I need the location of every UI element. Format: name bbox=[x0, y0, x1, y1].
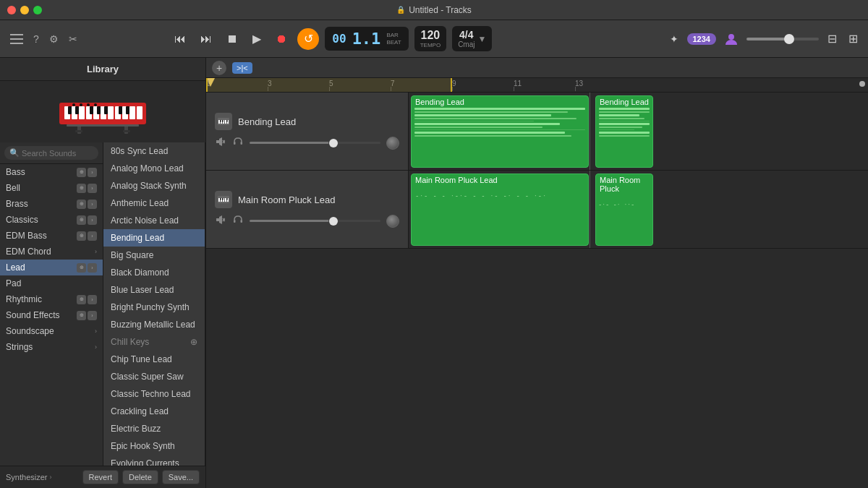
revert-button[interactable]: Revert bbox=[82, 470, 119, 484]
category-item-brass[interactable]: Brass ⊕ › bbox=[0, 196, 103, 212]
delete-button[interactable]: Delete bbox=[122, 470, 158, 484]
category-item-edm-bass[interactable]: EDM Bass ⊕ › bbox=[0, 228, 103, 244]
save-button[interactable]: Save... bbox=[162, 470, 200, 484]
category-item-strings[interactable]: Strings› bbox=[0, 339, 103, 355]
tempo-display[interactable]: 120 TEMPO bbox=[414, 26, 446, 51]
minimize-button[interactable] bbox=[20, 6, 29, 14]
stop-button[interactable]: ⏹ bbox=[222, 30, 242, 48]
preset-item[interactable]: Bending Lead bbox=[103, 229, 205, 247]
preset-item[interactable]: Buzzing Metallic Lead bbox=[103, 316, 205, 333]
preset-item[interactable]: Chill Keys⊕ bbox=[103, 333, 205, 351]
chevron-icon: › bbox=[88, 311, 97, 320]
headphone-icon bbox=[234, 215, 242, 224]
play-button[interactable]: ▶ bbox=[248, 29, 265, 48]
instrument-image bbox=[0, 81, 205, 142]
timeline-ruler[interactable]: 1 3 5 7 9 11 13 bbox=[206, 78, 868, 93]
rewind-button[interactable]: ⏮ bbox=[170, 30, 190, 48]
solo-button[interactable] bbox=[232, 136, 244, 150]
tempo-value: 120 bbox=[421, 29, 441, 42]
svg-rect-23 bbox=[90, 106, 93, 114]
library-panel: Library bbox=[0, 58, 206, 488]
keyboard-svg bbox=[56, 88, 150, 135]
maximize-button[interactable] bbox=[33, 6, 42, 14]
preset-item[interactable]: Black Diamond bbox=[103, 264, 205, 281]
category-item-classics[interactable]: Classics ⊕ › bbox=[0, 212, 103, 228]
category-item-lead[interactable]: Lead ⊕ › bbox=[0, 260, 103, 275]
preset-panel: 80s Sync LeadAnalog Mono LeadAnalog Stac… bbox=[103, 142, 205, 466]
instrument-icon-svg bbox=[218, 118, 229, 125]
preset-item[interactable]: Electric Buzz bbox=[103, 420, 205, 437]
preset-name: Chip Tune Lead bbox=[111, 354, 172, 364]
track-name: Bending Lead bbox=[238, 116, 296, 127]
chevron-icon: › bbox=[88, 168, 97, 177]
category-item-rhythmic[interactable]: Rhythmic ⊕ › bbox=[0, 291, 103, 307]
add-track-button[interactable]: + bbox=[212, 61, 226, 75]
master-volume-slider[interactable] bbox=[746, 38, 819, 40]
track-pan-knob[interactable] bbox=[386, 215, 399, 228]
preset-name: Bending Lead bbox=[111, 233, 164, 243]
toolbar-settings-btn[interactable]: ⚙ bbox=[46, 30, 61, 48]
fast-forward-button[interactable]: ⏭ bbox=[196, 30, 216, 48]
preset-item[interactable]: Arctic Noise Lead bbox=[103, 212, 205, 229]
mixer-icon-btn[interactable]: ⊞ bbox=[846, 29, 861, 48]
track-pan-knob[interactable] bbox=[386, 137, 399, 150]
mute-button[interactable] bbox=[215, 214, 226, 228]
category-label: Bass bbox=[6, 167, 74, 177]
preset-item[interactable]: Analog Stack Synth bbox=[103, 177, 205, 194]
category-item-soundscape[interactable]: Soundscape› bbox=[0, 323, 103, 339]
preset-item[interactable]: Chip Tune Lead bbox=[103, 351, 205, 368]
preset-item[interactable]: Anthemic Lead bbox=[103, 194, 205, 212]
synth-label: Synthesizer bbox=[6, 473, 47, 481]
track-volume-slider[interactable] bbox=[250, 220, 380, 222]
preset-item[interactable]: Epic Hook Synth bbox=[103, 437, 205, 455]
track-volume-slider[interactable] bbox=[250, 142, 380, 144]
solo-button[interactable] bbox=[232, 214, 244, 228]
track-row: Bending Lead bbox=[206, 93, 868, 171]
preset-item[interactable]: Blue Laser Lead bbox=[103, 281, 205, 299]
track-name: Main Room Pluck Lead bbox=[238, 194, 335, 205]
smart-controls-btn[interactable]: ✦ bbox=[667, 30, 681, 48]
audio-clip[interactable]: Bending Lead bbox=[411, 95, 589, 168]
toolbar-library-btn[interactable] bbox=[7, 31, 26, 47]
track-content[interactable]: Bending Lead bbox=[409, 93, 868, 170]
preset-item[interactable]: Classic Techno Lead bbox=[103, 385, 205, 403]
synthesizer-nav[interactable]: Synthesizer › bbox=[6, 473, 51, 481]
preset-name: Analog Stack Synth bbox=[111, 181, 187, 191]
category-item-bell[interactable]: Bell ⊕ › bbox=[0, 180, 103, 196]
toolbar-scissors-btn[interactable]: ✂ bbox=[66, 30, 80, 48]
preset-item[interactable]: Big Square bbox=[103, 247, 205, 264]
category-item-sound-effects[interactable]: Sound Effects ⊕ › bbox=[0, 307, 103, 323]
preset-name: Chill Keys bbox=[111, 337, 149, 347]
category-item-edm-chord[interactable]: EDM Chord› bbox=[0, 244, 103, 260]
category-item-bass[interactable]: Bass ⊕ › bbox=[0, 164, 103, 180]
key-value: Cmaj bbox=[458, 40, 475, 48]
record-button[interactable]: ⏺ bbox=[271, 30, 292, 48]
preset-item[interactable]: Crackling Lead bbox=[103, 403, 205, 420]
preset-item[interactable]: Evolving Currents bbox=[103, 455, 205, 466]
preset-item[interactable]: Bright Punchy Synth bbox=[103, 299, 205, 316]
clip-label: Bending Lead bbox=[412, 96, 588, 108]
preset-item[interactable]: Classic Super Saw bbox=[103, 368, 205, 385]
track-content[interactable]: Main Room Pluck Lead -·- - - ·-·- - - ·-… bbox=[409, 171, 868, 248]
toolbar-help-btn[interactable]: ? bbox=[30, 30, 42, 48]
chevron-icon: › bbox=[95, 328, 97, 335]
toolbar: ? ⚙ ✂ ⏮ ⏭ ⏹ ▶ ⏺ ↺ 00 1.1 BAR BEAT 120 TE… bbox=[0, 20, 868, 58]
section-divider bbox=[590, 93, 590, 170]
preset-item[interactable]: 80s Sync Lead bbox=[103, 142, 205, 160]
audio-clip[interactable]: Main Room Pluck Lead -·- - - ·-·- - - ·-… bbox=[411, 174, 589, 246]
mute-button[interactable] bbox=[215, 136, 226, 150]
category-item-pad[interactable]: Pad bbox=[0, 275, 103, 291]
output-icon-btn[interactable]: ⊟ bbox=[825, 29, 840, 48]
preset-item[interactable]: Analog Mono Lead bbox=[103, 160, 205, 177]
synth-chevron: › bbox=[49, 474, 51, 481]
loop-button[interactable]: ↺ bbox=[297, 28, 319, 50]
preset-name: Blue Laser Lead bbox=[111, 285, 174, 295]
track-header: Main Room Pluck Lead bbox=[206, 171, 409, 248]
signature-display[interactable]: 4/4 Cmaj ▼ bbox=[452, 26, 492, 51]
audio-clip[interactable]: Main Room Pluck -·- -· ··- bbox=[595, 174, 653, 246]
snap-button[interactable]: >|< bbox=[232, 62, 252, 74]
close-button[interactable] bbox=[7, 6, 16, 14]
svg-rect-45 bbox=[241, 142, 243, 145]
user-icon-btn[interactable] bbox=[722, 30, 741, 48]
audio-clip[interactable]: Bending Lead bbox=[595, 95, 653, 168]
